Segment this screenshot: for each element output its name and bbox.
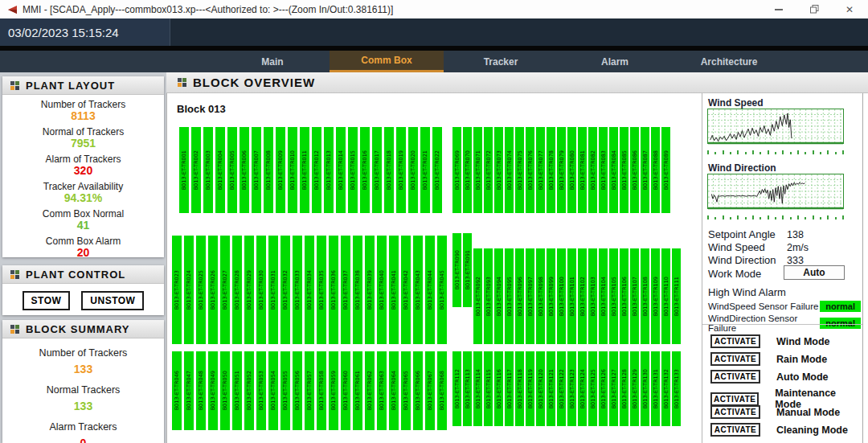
- tracker-bar[interactable]: B013-ET-TR077: [536, 127, 545, 213]
- tracker-bar[interactable]: B013-ET-TR042: [401, 236, 411, 344]
- tracker-bar[interactable]: B013-ET-TR061: [353, 351, 362, 430]
- activate-cleaning-mode-button[interactable]: ACTIVATE: [710, 423, 760, 437]
- tracker-bar[interactable]: B013-ET-TR045: [437, 236, 447, 344]
- tracker-bar[interactable]: B013-ET-TR116: [494, 351, 503, 426]
- tab-architecture[interactable]: Architecture: [672, 51, 786, 72]
- tracker-bar[interactable]: B013-ET-TR078: [547, 127, 555, 213]
- tracker-bar[interactable]: B013-ET-TR019: [396, 127, 406, 213]
- tracker-bar[interactable]: B013-ET-TR021: [420, 127, 430, 213]
- tracker-bar[interactable]: B013-ET-TR104: [599, 248, 608, 344]
- tracker-bar[interactable]: B013-ET-TR006: [240, 127, 249, 213]
- tracker-bar[interactable]: B013-ET-TR118: [515, 351, 524, 426]
- tracker-bar[interactable]: B013-ET-TR062: [365, 351, 375, 430]
- tracker-bar[interactable]: B013-ET-TR024: [184, 236, 194, 344]
- unstow-button[interactable]: UNSTOW: [81, 291, 144, 310]
- tracker-bar[interactable]: B013-ET-TR029: [244, 236, 254, 344]
- tracker-bar[interactable]: B013-ET-TR085: [620, 127, 628, 213]
- tracker-bar[interactable]: B013-ET-TR010: [288, 127, 297, 213]
- tracker-bar[interactable]: B013-ET-TR022: [432, 127, 442, 213]
- restore-icon[interactable]: [809, 4, 820, 15]
- tracker-bar[interactable]: B013-ET-TR128: [620, 351, 628, 426]
- tracker-bar[interactable]: B013-ET-TR017: [372, 127, 382, 213]
- tracker-bar[interactable]: B013-ET-TR020: [408, 127, 418, 213]
- tracker-bar[interactable]: B013-ET-TR054: [268, 351, 278, 430]
- tracker-bar[interactable]: B013-ET-TR072: [484, 127, 493, 213]
- tracker-bar[interactable]: B013-ET-TR079: [557, 127, 566, 213]
- tracker-bar[interactable]: B013-ET-TR036: [329, 236, 338, 344]
- tracker-bar[interactable]: B013-ET-TR048: [196, 351, 206, 430]
- tracker-bar[interactable]: B013-ET-TR081: [578, 127, 587, 213]
- tracker-bar[interactable]: B013-ET-TR132: [661, 351, 670, 426]
- tracker-bar[interactable]: B013-ET-TR075: [515, 127, 524, 213]
- tracker-bar[interactable]: B013-ET-TR053: [256, 351, 266, 430]
- tab-comm-box[interactable]: Comm Box: [330, 51, 444, 72]
- stow-button[interactable]: STOW: [23, 291, 71, 310]
- tracker-bar[interactable]: B013-ET-TR035: [317, 236, 326, 344]
- tracker-bar[interactable]: B013-ET-TR050: [220, 351, 230, 430]
- tracker-bar[interactable]: B013-ET-TR117: [505, 351, 514, 426]
- tracker-bar[interactable]: B013-ET-TR046: [172, 351, 182, 430]
- tracker-bar[interactable]: B013-ET-TR018: [384, 127, 394, 213]
- tracker-bar[interactable]: B013-ET-TR013: [324, 127, 334, 213]
- tracker-bar[interactable]: B013-ET-TR008: [264, 127, 273, 213]
- tracker-bar[interactable]: B013-ET-TR047: [184, 351, 194, 430]
- tracker-bar[interactable]: B013-ET-TR034: [305, 236, 314, 344]
- tracker-bar[interactable]: B013-ET-TR083: [599, 127, 608, 213]
- tracker-bar[interactable]: B013-ET-TR086: [630, 127, 639, 213]
- tracker-bar[interactable]: B013-ET-TR130: [641, 351, 649, 426]
- tracker-bar[interactable]: B013-ET-TR055: [280, 351, 290, 430]
- tab-alarm[interactable]: Alarm: [558, 51, 672, 72]
- tracker-bar[interactable]: B013-ET-TR119: [526, 351, 534, 426]
- tracker-bar[interactable]: B013-ET-TR041: [389, 236, 399, 344]
- tracker-bar[interactable]: B013-ET-TR088: [651, 127, 660, 213]
- tracker-bar[interactable]: B013-ET-TR098: [536, 248, 545, 344]
- tracker-bar[interactable]: B013-ET-TR012: [312, 127, 321, 213]
- tracker-bar[interactable]: B013-ET-TR028: [232, 236, 242, 344]
- tracker-bar[interactable]: B013-ET-TR102: [578, 248, 587, 344]
- tracker-bar[interactable]: B013-ET-TR009: [276, 127, 285, 213]
- tracker-bar[interactable]: B013-ET-TR069: [452, 127, 461, 213]
- tracker-bar[interactable]: B013-ET-TR060: [341, 351, 350, 430]
- tracker-bar[interactable]: B013-ET-TR059: [329, 351, 338, 430]
- tracker-bar[interactable]: B013-ET-TR032: [280, 236, 290, 344]
- tracker-bar[interactable]: B013-ET-TR068: [437, 351, 447, 430]
- tracker-bar[interactable]: B013-ET-TR122: [557, 351, 566, 426]
- tracker-bar[interactable]: B013-ET-TR014: [336, 127, 346, 213]
- tracker-bar[interactable]: B013-ET-TR105: [609, 248, 618, 344]
- tracker-bar[interactable]: B013-ET-TR065: [401, 351, 411, 430]
- tracker-bar[interactable]: B013-ET-TR109: [651, 248, 660, 344]
- tracker-bar[interactable]: B013-ET-TR120: [536, 351, 545, 426]
- tracker-bar[interactable]: B013-ET-TR133: [672, 351, 681, 426]
- tracker-bar[interactable]: B013-ET-TR038: [353, 236, 362, 344]
- tracker-bar[interactable]: B013-ET-TR125: [588, 351, 597, 426]
- tracker-bar[interactable]: B013-ET-TR011: [300, 127, 309, 213]
- activate-rain-mode-button[interactable]: ACTIVATE: [710, 352, 760, 366]
- tracker-bar[interactable]: B013-ET-TR040: [377, 236, 387, 344]
- tracker-bar[interactable]: B013-ET-TR082: [588, 127, 597, 213]
- close-icon[interactable]: ✕: [844, 4, 855, 15]
- tracker-bar[interactable]: B013-ET-TR107: [630, 248, 639, 344]
- tab-tracker[interactable]: Tracker: [444, 51, 558, 72]
- tracker-bar[interactable]: B013-ET-TR004: [215, 127, 225, 213]
- tracker-bar[interactable]: B013-ET-TR124: [578, 351, 587, 426]
- tracker-bar[interactable]: B013-ET-TR129: [630, 351, 639, 426]
- tracker-bar[interactable]: B013-ET-TR093: [484, 248, 493, 344]
- tracker-bar[interactable]: B013-ET-TR131: [651, 351, 660, 426]
- tracker-bar[interactable]: B013-ET-TR087: [641, 127, 649, 213]
- tracker-bar[interactable]: B013-ET-TR095: [505, 248, 514, 344]
- tracker-bar[interactable]: B013-ET-TR056: [293, 351, 302, 430]
- tracker-bar[interactable]: B013-ET-TR016: [360, 127, 370, 213]
- tracker-bar[interactable]: B013-ET-TR106: [620, 248, 628, 344]
- tracker-bar[interactable]: B013-ET-TR049: [208, 351, 218, 430]
- tracker-bar[interactable]: B013-ET-TR091: [463, 233, 472, 307]
- tracker-bar[interactable]: B013-ET-TR027: [220, 236, 230, 344]
- tracker-bar[interactable]: B013-ET-TR080: [567, 127, 576, 213]
- tracker-bar[interactable]: B013-ET-TR057: [305, 351, 314, 430]
- tracker-bar[interactable]: B013-ET-TR044: [425, 236, 435, 344]
- tracker-bar[interactable]: B013-ET-TR099: [547, 248, 555, 344]
- tracker-bar[interactable]: B013-ET-TR037: [341, 236, 350, 344]
- tracker-bar[interactable]: B013-ET-TR108: [641, 248, 649, 344]
- activate-maintenance-mode-button[interactable]: ACTIVATE: [710, 392, 759, 406]
- tracker-bar[interactable]: B013-ET-TR073: [494, 127, 503, 213]
- work-mode-selector[interactable]: Auto: [784, 265, 845, 280]
